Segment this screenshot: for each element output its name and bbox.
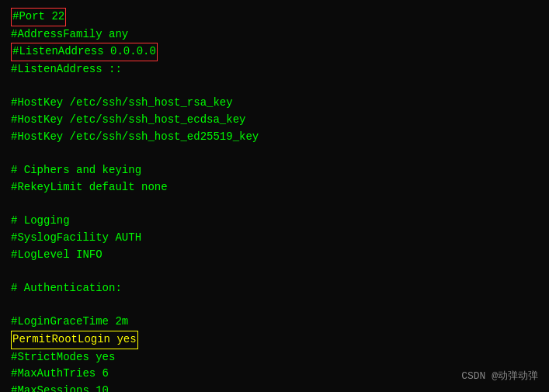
code-line-11: #RekeyLimit default none	[11, 179, 538, 196]
code-line-16	[11, 263, 538, 280]
code-line-5	[11, 78, 538, 95]
code-line-23: #MaxSessions 10	[11, 383, 538, 392]
code-line-4: #ListenAddress ::	[11, 61, 538, 78]
code-line-12	[11, 196, 538, 213]
code-line-7: #HostKey /etc/ssh/ssh_host_ecdsa_key	[11, 112, 538, 129]
code-line-10: # Ciphers and keying	[11, 162, 538, 179]
code-line-13: # Logging	[11, 213, 538, 230]
code-line-19: #LoginGraceTime 2m	[11, 314, 538, 331]
code-line-9	[11, 146, 538, 163]
code-line-2: #AddressFamily any	[11, 26, 538, 43]
code-line-20: PermitRootLogin yes	[11, 331, 538, 349]
code-line-3: #ListenAddress 0.0.0.0	[11, 43, 538, 61]
highlight-port: #Port 22	[11, 8, 66, 26]
watermark: CSDN @动弹动弹	[461, 369, 538, 383]
code-line-15: #LogLevel INFO	[11, 247, 538, 264]
code-line-1: #Port 22	[11, 8, 538, 26]
code-editor: #Port 22 #AddressFamily any #ListenAddre…	[0, 0, 549, 392]
code-line-17: # Authentication:	[11, 280, 538, 297]
code-line-22: #MaxAuthTries 6	[11, 366, 538, 383]
code-line-8: #HostKey /etc/ssh/ssh_host_ed25519_key	[11, 129, 538, 146]
highlight-permitrootlogin: PermitRootLogin yes	[11, 331, 138, 349]
code-line-6: #HostKey /etc/ssh/ssh_host_rsa_key	[11, 95, 538, 112]
code-line-14: #SyslogFacility AUTH	[11, 230, 538, 247]
code-line-21: #StrictModes yes	[11, 349, 538, 366]
code-line-18	[11, 297, 538, 314]
highlight-listenaddress: #ListenAddress 0.0.0.0	[11, 43, 158, 61]
